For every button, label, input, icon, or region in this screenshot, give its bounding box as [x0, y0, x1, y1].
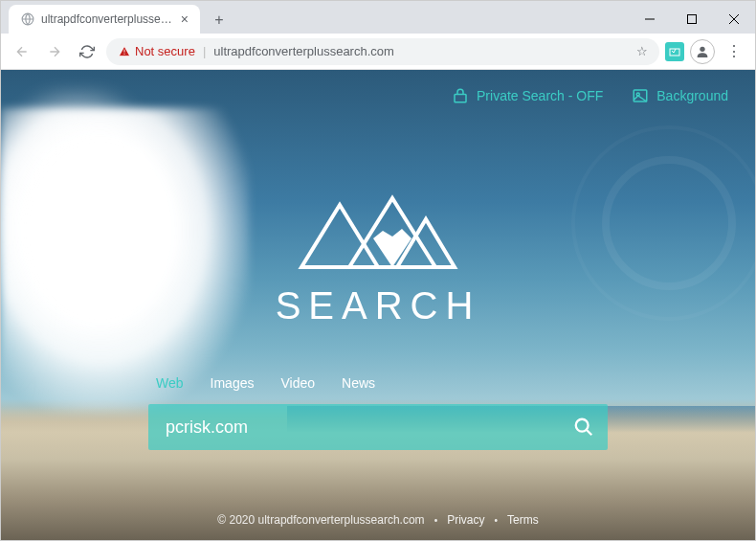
bookmark-star-icon[interactable]: ☆ [636, 44, 648, 58]
svg-point-6 [700, 46, 704, 51]
not-secure-warning: Not secure [118, 44, 195, 58]
logo-text: SEARCH [276, 284, 481, 327]
svg-point-10 [576, 419, 589, 432]
svg-line-11 [587, 430, 592, 436]
footer: © 2020 ultrapdfconverterplussearch.com •… [1, 500, 755, 540]
page-overlay: Private Search - OFF Background [1, 70, 755, 540]
mountain-icon [292, 191, 464, 277]
search-input[interactable] [148, 417, 560, 438]
extension-icon[interactable] [665, 42, 684, 61]
new-tab-button[interactable]: + [206, 7, 233, 34]
search-icon [573, 417, 594, 438]
browser-window: ultrapdfconverterplussearch.com × + Not … [0, 0, 756, 541]
not-secure-label: Not secure [135, 44, 195, 58]
maximize-button[interactable] [671, 5, 713, 34]
tab-web[interactable]: Web [156, 375, 184, 391]
svg-rect-2 [688, 15, 697, 24]
tab-images[interactable]: Images [211, 375, 255, 391]
top-links: Private Search - OFF Background [1, 70, 755, 122]
tab-news[interactable]: News [342, 375, 375, 391]
private-search-toggle[interactable]: Private Search - OFF [452, 87, 603, 104]
search-box [148, 404, 608, 450]
minimize-button[interactable] [629, 5, 671, 34]
terms-link[interactable]: Terms [507, 513, 539, 527]
browser-tab[interactable]: ultrapdfconverterplussearch.com × [9, 5, 200, 34]
search-tabs: Web Images Video News [148, 375, 608, 391]
close-icon[interactable]: × [181, 11, 189, 27]
globe-icon [20, 11, 35, 27]
warning-icon [118, 45, 131, 58]
address-bar[interactable]: Not secure | ultrapdfconverterplussearch… [106, 38, 659, 65]
search-button[interactable] [560, 404, 608, 450]
page-content: Private Search - OFF Background [1, 70, 755, 540]
background-label: Background [656, 88, 728, 103]
background-picker[interactable]: Background [632, 87, 728, 104]
forward-button[interactable] [41, 38, 68, 65]
window-controls [629, 5, 755, 34]
profile-button[interactable] [690, 39, 715, 64]
toolbar: Not secure | ultrapdfconverterplussearch… [1, 34, 755, 70]
address-url: ultrapdfconverterplussearch.com [213, 44, 394, 58]
image-icon [632, 87, 649, 104]
tab-video[interactable]: Video [280, 375, 315, 391]
logo: SEARCH [276, 191, 481, 327]
menu-button[interactable]: ⋮ [721, 38, 747, 65]
main-center: SEARCH Web Images Video News [1, 122, 755, 500]
separator-dot: • [494, 515, 498, 526]
separator-dot: • [434, 515, 438, 526]
close-window-button[interactable] [713, 5, 755, 34]
privacy-link[interactable]: Privacy [447, 513, 484, 527]
svg-rect-7 [455, 95, 466, 102]
tab-title: ultrapdfconverterplussearch.com [41, 12, 175, 26]
separator: | [203, 44, 206, 58]
lock-icon [452, 87, 469, 104]
private-search-label: Private Search - OFF [477, 88, 603, 103]
copyright-text: © 2020 ultrapdfconverterplussearch.com [217, 513, 424, 527]
back-button[interactable] [9, 38, 35, 65]
titlebar: ultrapdfconverterplussearch.com × + [1, 1, 755, 34]
reload-button[interactable] [74, 38, 100, 65]
tab-strip: ultrapdfconverterplussearch.com × + [1, 5, 629, 34]
